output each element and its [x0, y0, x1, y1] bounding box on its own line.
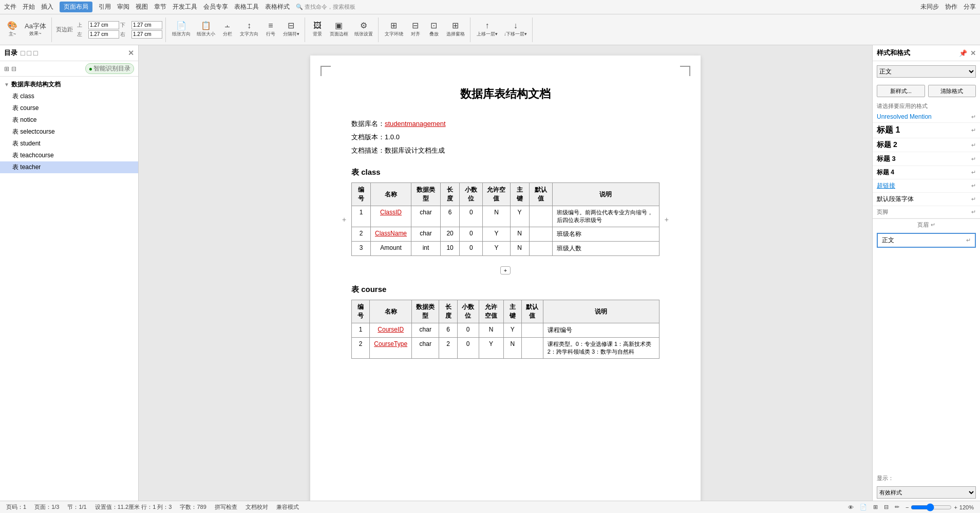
menu-reference[interactable]: 引用	[99, 3, 111, 11]
aa-font-btn[interactable]: Aa字体 效果~	[23, 22, 48, 38]
align-btn[interactable]: ⊟ 对齐	[407, 21, 424, 39]
status-doc-compare[interactable]: 文档校对	[246, 503, 268, 511]
margin-top-input[interactable]	[88, 21, 119, 29]
send-backward-btn[interactable]: ↓ ↓下移一层▾	[502, 21, 530, 39]
menu-layout[interactable]: 页面布局	[60, 2, 92, 12]
toc-item-class[interactable]: 表 class	[0, 90, 138, 102]
style-icon-h4: ↵	[971, 169, 976, 176]
toc-item-root[interactable]: ▼ 数据库表结构文档	[0, 79, 138, 90]
right-panel-close-icon[interactable]: ✕	[970, 49, 976, 57]
field-link[interactable]: CourseType	[374, 340, 407, 347]
db-desc-value: 数据库设计文档生成	[385, 146, 445, 154]
toc-icon-3[interactable]: □	[33, 49, 37, 57]
clear-style-btn[interactable]: 清除格式	[928, 85, 976, 97]
style-item-zhengwen[interactable]: 正文 ↵	[877, 233, 976, 248]
columns-btn[interactable]: ⫠ 分栏	[219, 21, 236, 39]
style-item-h2[interactable]: 标题 2 ↵	[873, 138, 980, 152]
menu-section[interactable]: 章节	[154, 3, 166, 11]
table-row: 1 ClassID char 6 0 N Y 班级编号。前两位代表专业方向缩号，…	[352, 206, 659, 227]
doc-area[interactable]: 数据库表结构文档 数据库名：studentmanagement 文档版本：1.0…	[139, 45, 872, 501]
group-btn[interactable]: ⊡ 叠放	[426, 21, 442, 39]
page-direction-btn[interactable]: 📄 纸张方向	[170, 21, 193, 39]
menu-review[interactable]: 审阅	[117, 3, 129, 11]
toc-collapse-icon[interactable]: ⊟	[11, 65, 16, 72]
toc-item-course[interactable]: 表 course	[0, 102, 138, 114]
style-item-unresolved[interactable]: Unresolved Mention ↵	[873, 111, 980, 123]
db-version-row: 文档版本：1.0.0	[351, 131, 659, 144]
zoom-slider[interactable]	[911, 503, 952, 511]
menu-home[interactable]: 开始	[23, 3, 35, 11]
margin-left-input[interactable]	[88, 30, 119, 39]
toc-item-teacher[interactable]: 表 teacher	[0, 161, 138, 173]
table-class-add-right[interactable]: +	[665, 215, 669, 224]
bring-forward-btn[interactable]: ↑ 上移一层▾	[475, 21, 500, 39]
toc-close-btn[interactable]: ✕	[128, 49, 134, 57]
menu-search[interactable]: 🔍 查找命令，搜索模板	[296, 3, 355, 11]
view-icon-5[interactable]: ✏	[895, 504, 899, 510]
pin-icon[interactable]: 📌	[959, 49, 967, 57]
selection-pane-btn[interactable]: ⊞ 选择窗格	[444, 21, 467, 39]
menu-file[interactable]: 文件	[4, 3, 16, 11]
style-item-footer[interactable]: 页脚 ↵	[873, 206, 980, 218]
new-style-btn[interactable]: 新样式...	[877, 85, 925, 97]
show-style-select[interactable]: 有效样式	[877, 486, 976, 499]
menu-view[interactable]: 视图	[136, 3, 148, 11]
smart-toc-btn[interactable]: ● 智能识别目录	[85, 63, 134, 74]
menu-collaborate[interactable]: 协作	[945, 3, 957, 11]
apply-style-label: 请选择要应用的格式	[877, 102, 976, 110]
style-item-default-font[interactable]: 默认段落字体 ↵	[873, 193, 980, 206]
toc-expand-icon[interactable]: ⊞	[4, 65, 9, 72]
view-icon-1[interactable]: 👁	[848, 504, 854, 510]
background-btn[interactable]: 🖼 背景	[309, 21, 326, 39]
text-direction-btn[interactable]: ↕ 文字方向	[238, 21, 260, 39]
style-item-link[interactable]: 超链接 ↵	[873, 179, 980, 193]
toc-icon-2[interactable]: □	[27, 49, 31, 57]
menu-table-tools[interactable]: 表格工具	[234, 3, 259, 11]
menu-table-style[interactable]: 表格样式	[265, 3, 290, 11]
table-add-left[interactable]: +	[342, 215, 346, 224]
view-icon-4[interactable]: ⊟	[884, 504, 889, 510]
page-size-btn[interactable]: 📋 纸张大小	[195, 21, 217, 39]
toc-label-student: 表 student	[12, 139, 41, 148]
style-name-unresolved: Unresolved Mention	[877, 113, 932, 120]
text-wrap-btn[interactable]: ⊞ 文字环绕	[383, 21, 405, 39]
toc-item-student[interactable]: 表 student	[0, 138, 138, 150]
combo-btn[interactable]: 🎨 主~	[4, 21, 21, 39]
table-class-add-btn[interactable]: +	[500, 266, 511, 274]
view-icon-3[interactable]: ⊞	[873, 504, 878, 510]
margin-right-input[interactable]	[131, 30, 162, 39]
table-row: 2 ClassName char 20 0 Y N 班级名称	[352, 227, 659, 242]
menu-member[interactable]: 会员专享	[203, 3, 228, 11]
style-select[interactable]: 正文	[877, 65, 976, 78]
status-spell-check[interactable]: 拼写检查	[215, 503, 237, 511]
line-number-btn[interactable]: ≡ 行号	[262, 21, 279, 39]
smart-toc-label: 智能识别目录	[93, 64, 130, 73]
style-item-h4[interactable]: 标题 4 ↵	[873, 166, 980, 179]
paper-settings-btn[interactable]: ⚙ 纸张设置	[352, 21, 375, 39]
view-icon-2[interactable]: 📄	[860, 504, 867, 510]
style-icon-link: ↵	[971, 182, 976, 189]
field-link[interactable]: ClassID	[380, 209, 402, 216]
toc-item-selectcourse[interactable]: 表 selectcourse	[0, 126, 138, 138]
style-item-h1[interactable]: 标题 1 ↵	[873, 123, 980, 138]
separator-btn[interactable]: ⊟ 分隔符▾	[281, 21, 301, 39]
status-compat[interactable]: 兼容模式	[276, 503, 299, 511]
toc-item-notice[interactable]: 表 notice	[0, 114, 138, 126]
menu-share[interactable]: 分享	[964, 3, 976, 11]
menu-sync[interactable]: 未同步	[920, 3, 939, 11]
menu-dev[interactable]: 开发工具	[173, 3, 197, 11]
margin-bottom-input[interactable]	[131, 21, 162, 29]
toc-item-teachcourse[interactable]: 表 teachcourse	[0, 150, 138, 161]
zoom-out-btn[interactable]: −	[906, 504, 909, 510]
toc-toolbar: ⊞ ⊟ ● 智能识别目录	[0, 61, 138, 77]
field-link[interactable]: ClassName	[375, 230, 407, 237]
field-link[interactable]: CourseID	[378, 326, 404, 333]
menu-insert[interactable]: 插入	[41, 3, 53, 11]
style-icon-default-font: ↵	[971, 196, 976, 203]
page-border-btn[interactable]: ▣ 页面边框	[328, 21, 350, 39]
style-item-h3[interactable]: 标题 3 ↵	[873, 152, 980, 166]
toc-icon-1[interactable]: □	[21, 49, 25, 57]
zoom-in-btn[interactable]: +	[954, 504, 957, 510]
db-desc-row: 文档描述：数据库设计文档生成	[351, 144, 659, 157]
status-word-count: 字数：789	[180, 503, 206, 511]
